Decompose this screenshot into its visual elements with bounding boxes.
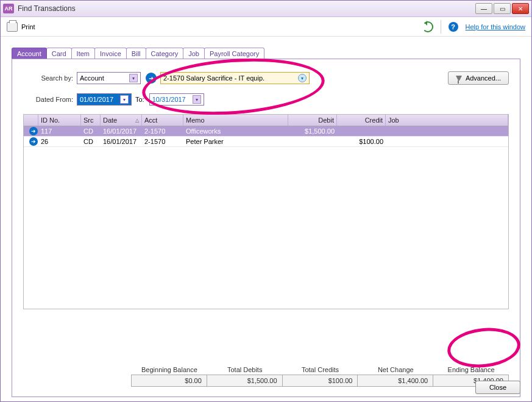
account-value: 2-1570 Salary Sacrifice - IT equip.: [163, 74, 264, 82]
to-label: To:: [135, 96, 144, 103]
col-arrow[interactable]: [24, 115, 38, 126]
advanced-label: Advanced...: [466, 74, 501, 82]
cell-src: CD: [81, 138, 101, 145]
close-window-button[interactable]: ✕: [512, 3, 529, 14]
sum-label-end: Ending Balance: [433, 366, 509, 373]
cell-id: 26: [38, 138, 81, 145]
cell-acct: 2-1570: [142, 127, 183, 135]
sum-val-net: $1,400.00: [357, 375, 433, 387]
col-debit[interactable]: Debit: [288, 115, 337, 126]
close-button[interactable]: Close: [475, 381, 520, 394]
print-label: Print: [21, 23, 35, 31]
open-row-icon[interactable]: ➜: [29, 137, 38, 146]
tab-job[interactable]: Job: [183, 48, 205, 59]
dialog-buttons: Close: [475, 381, 520, 394]
search-by-label: Search by:: [23, 74, 77, 82]
col-memo[interactable]: Memo: [183, 115, 288, 126]
search-by-value: Account: [80, 74, 104, 82]
cell-date: 16/01/2017: [101, 138, 142, 145]
tab-bill[interactable]: Bill: [126, 48, 146, 59]
open-row-icon[interactable]: ➜: [29, 127, 38, 135]
tab-card[interactable]: Card: [46, 48, 72, 59]
grid-body: ➜117CD16/01/20172-1570Officeworks$1,500.…: [24, 126, 508, 147]
tab-invoice[interactable]: Invoice: [94, 48, 127, 59]
print-button[interactable]: Print: [7, 22, 35, 32]
chevron-down-icon: ▾: [193, 95, 201, 104]
divider: [441, 20, 441, 34]
chevron-down-icon: ▾: [129, 74, 138, 82]
col-job[interactable]: Job: [386, 115, 508, 126]
refresh-icon[interactable]: [422, 21, 433, 32]
date-from-input[interactable]: 01/01/2017 ▾: [77, 93, 132, 106]
tab-account[interactable]: Account: [12, 48, 47, 59]
sum-label-debits: Total Debits: [207, 366, 283, 373]
sum-val-debits: $1,500.00: [207, 375, 283, 387]
search-row-1: Search by: Account ▾ ➜ 2-1570 Salary Sac…: [23, 71, 509, 85]
tab-item[interactable]: Item: [71, 48, 95, 59]
window-title: Find Transactions: [18, 4, 475, 13]
sort-asc-icon: △: [135, 118, 139, 123]
table-row[interactable]: ➜117CD16/01/20172-1570Officeworks$1,500.…: [24, 126, 508, 137]
lookup-icon: ▾: [298, 74, 307, 82]
chevron-down-icon: ▾: [120, 95, 129, 104]
cell-id: 117: [38, 127, 81, 135]
sum-label-credits: Total Credits: [283, 366, 358, 373]
maximize-button[interactable]: ▭: [494, 3, 511, 14]
sum-val-credits: $100.00: [282, 375, 358, 387]
sum-val-beg: $0.00: [131, 375, 207, 387]
help-icon[interactable]: ?: [449, 22, 458, 32]
col-id[interactable]: ID No.: [38, 115, 81, 126]
help-link[interactable]: Help for this window: [466, 23, 525, 31]
cell-memo: Peter Parker: [183, 138, 288, 145]
cell-debit: $1,500.00: [288, 127, 337, 135]
col-date[interactable]: Date△: [101, 115, 142, 126]
sum-label-net: Net Change: [358, 366, 433, 373]
tab-category[interactable]: Category: [146, 48, 184, 59]
tab-payroll-category[interactable]: Payroll Category: [204, 48, 264, 59]
printer-icon: [7, 22, 18, 32]
dated-from-label: Dated From:: [23, 96, 77, 103]
app-badge-icon: AR: [3, 4, 14, 13]
toolbar: Print ? Help for this window: [1, 17, 531, 37]
advanced-button[interactable]: Advanced...: [448, 71, 509, 85]
summary-bar: Beginning Balance Total Debits Total Cre…: [23, 366, 509, 387]
cell-memo: Officeworks: [183, 127, 288, 135]
window-controls: — ▭ ✕: [475, 3, 529, 14]
main-panel: Search by: Account ▾ ➜ 2-1570 Salary Sac…: [12, 59, 520, 397]
cell-src: CD: [81, 127, 101, 135]
cell-date: 16/01/2017: [101, 127, 142, 135]
col-src[interactable]: Src: [81, 115, 101, 126]
cell-credit: $100.00: [337, 138, 386, 145]
search-row-2: Dated From: 01/01/2017 ▾ To: 10/31/2017 …: [23, 93, 509, 106]
funnel-icon: [456, 76, 462, 81]
minimize-button[interactable]: —: [475, 3, 492, 14]
col-credit[interactable]: Credit: [337, 115, 386, 126]
table-row[interactable]: ➜26CD16/01/20172-1570Peter Parker$100.00: [24, 137, 508, 147]
go-arrow-icon[interactable]: ➜: [146, 73, 157, 84]
date-to-value: 10/31/2017: [152, 96, 186, 103]
grid-header: ID No. Src Date△ Acct Memo Debit Credit …: [24, 115, 508, 126]
transaction-grid: ID No. Src Date△ Acct Memo Debit Credit …: [23, 114, 509, 309]
cell-acct: 2-1570: [142, 138, 183, 145]
titlebar: AR Find Transactions — ▭ ✕: [1, 1, 531, 17]
tab-row: Account Card Item Invoice Bill Category …: [1, 37, 531, 59]
sum-label-beg: Beginning Balance: [132, 366, 207, 373]
search-by-dropdown[interactable]: Account ▾: [77, 72, 141, 84]
date-from-value: 01/01/2017: [80, 96, 113, 103]
account-lookup-field[interactable]: 2-1570 Salary Sacrifice - IT equip. ▾: [160, 72, 310, 84]
date-to-input[interactable]: 10/31/2017 ▾: [149, 93, 204, 106]
col-acct[interactable]: Acct: [142, 115, 183, 126]
